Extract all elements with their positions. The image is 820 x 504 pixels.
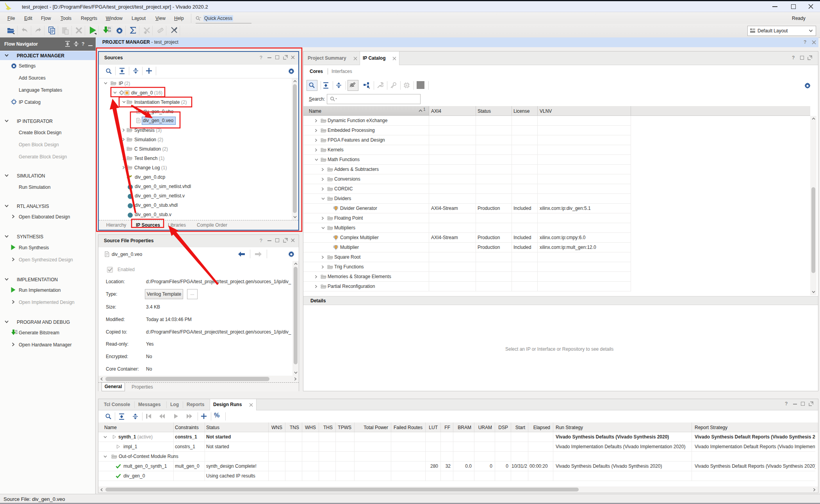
- svg-text:01: 01: [108, 27, 111, 29]
- svg-text:01: 01: [15, 330, 18, 332]
- svg-text:10: 10: [15, 332, 18, 334]
- svg-text:10: 10: [108, 30, 111, 32]
